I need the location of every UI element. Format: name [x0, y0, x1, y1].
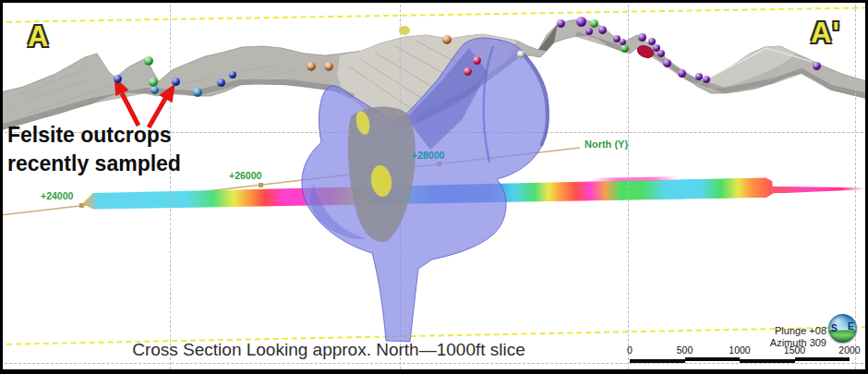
felsite-annotation-line1: Felsite outcrops — [7, 121, 181, 150]
scale-bar-label: 1000 — [729, 344, 750, 356]
north-axis-label: North (Y) — [585, 139, 628, 150]
plunge-readout: Plunge +08 — [720, 325, 826, 337]
compass-south-label: S — [831, 323, 838, 333]
cross-section-figure: A A' Felsite outcrops recently sampled +… — [0, 0, 868, 374]
scale-bar-segment — [685, 357, 741, 361]
model-layer — [0, 0, 868, 374]
felsite-annotation-line2: recently sampled — [7, 150, 181, 178]
felsite-annotation: Felsite outcrops recently sampled — [7, 121, 181, 178]
scale-bar-label: 0 — [627, 344, 633, 356]
scale-bar-segment — [795, 357, 850, 361]
scale-bar-segment — [630, 359, 685, 363]
axis-tick-label: +24000 — [41, 190, 73, 201]
scale-bar-label: 1500 — [784, 344, 805, 356]
axis-tick-label: +28000 — [412, 150, 444, 161]
compass-globe-icon: S E — [828, 314, 857, 343]
section-label-a: A — [28, 20, 49, 54]
section-label-a-prime: A' — [811, 17, 840, 50]
intrusion-body — [302, 38, 549, 342]
axis-tick-label: +26000 — [229, 170, 261, 181]
ore-marker — [635, 43, 655, 59]
scale-bar-label: 2000 — [838, 344, 860, 356]
scale-bar-label: 500 — [677, 344, 693, 356]
figure-caption: Cross Section Looking approx. North—1000… — [129, 340, 528, 360]
scale-bar-segment — [740, 359, 795, 363]
compass-east-label: E — [848, 321, 854, 332]
